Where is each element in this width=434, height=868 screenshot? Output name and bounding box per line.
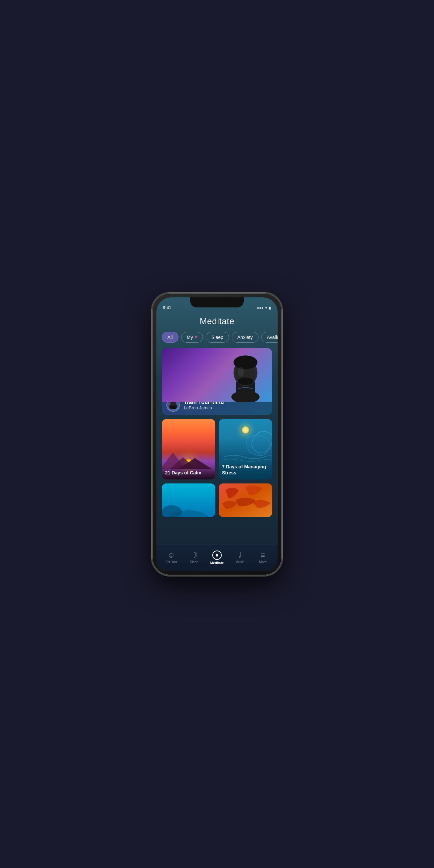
- bottom-cards-row: [162, 484, 272, 517]
- nav-item-meditate[interactable]: Meditate: [206, 548, 228, 567]
- autumn-card[interactable]: [219, 484, 272, 517]
- autumn-card-image: [219, 484, 272, 517]
- phone-screen: 9:41 ●●● ▾ ▮ Meditate All: [156, 298, 278, 571]
- filter-tab-sleep-label: Sleep: [211, 335, 223, 340]
- calm-card-label: 21 Days of Calm: [165, 470, 212, 476]
- nav-item-sleep[interactable]: ☽ Sleep: [182, 549, 205, 567]
- svg-point-6: [238, 367, 244, 376]
- status-icons: ●●● ▾ ▮: [257, 306, 271, 310]
- heart-icon: ♥: [195, 335, 197, 340]
- signal-icon: ●●●: [257, 306, 264, 310]
- nav-item-more[interactable]: ≡ More: [252, 549, 274, 567]
- header: Meditate: [156, 312, 278, 329]
- nav-label-more: More: [259, 560, 267, 564]
- notch: [190, 298, 244, 307]
- teal-card-image: [162, 484, 215, 517]
- bottom-nav: ☺ For You ☽ Sleep Meditate ♩: [156, 544, 278, 571]
- more-icon: ≡: [261, 552, 265, 559]
- filter-tab-my-label: My: [187, 335, 193, 340]
- calm-card[interactable]: 21 Days of Calm: [162, 419, 215, 479]
- for-you-icon: ☺: [167, 552, 175, 559]
- nav-item-music[interactable]: ♩ Music: [228, 549, 251, 567]
- hero-card[interactable]: Train Your Mind LeBron James: [162, 348, 272, 415]
- svg-point-7: [238, 377, 254, 385]
- stress-card-overlay: 7 Days of Managing Stress: [219, 461, 272, 479]
- filter-tab-anxiety[interactable]: Anxiety: [232, 332, 259, 343]
- nav-label-meditate: Meditate: [210, 561, 224, 565]
- teal-card[interactable]: [162, 484, 215, 517]
- filter-tab-available[interactable]: Available O: [261, 332, 278, 343]
- nav-label-sleep: Sleep: [190, 560, 199, 564]
- mountain-layer: [162, 449, 215, 469]
- filter-tab-available-label: Available O: [267, 335, 278, 340]
- phone-frame: 9:41 ●●● ▾ ▮ Meditate All: [152, 293, 282, 576]
- filter-tab-sleep[interactable]: Sleep: [206, 332, 229, 343]
- battery-icon: ▮: [269, 306, 271, 310]
- filter-tab-all-label: All: [167, 335, 173, 340]
- calm-card-overlay: 21 Days of Calm: [162, 467, 215, 479]
- small-cards-row: 21 Days of Calm: [162, 419, 272, 479]
- filter-tabs: All My ♥ Sleep Anxiety Available O: [156, 329, 278, 347]
- status-time: 9:41: [163, 305, 171, 310]
- nav-item-for-you[interactable]: ☺ For You: [160, 549, 182, 567]
- content-area: Meditate All My ♥ Sleep Anxiety: [156, 312, 278, 571]
- meditate-inner-dot: [216, 554, 218, 557]
- stress-card-label: 7 Days of Managing Stress: [222, 464, 269, 476]
- page-title: Meditate: [163, 316, 271, 327]
- nav-label-for-you: For You: [165, 560, 177, 564]
- cards-area: Train Your Mind LeBron James: [156, 347, 278, 545]
- stress-card[interactable]: 7 Days of Managing Stress: [219, 419, 272, 479]
- svg-point-11: [170, 406, 176, 409]
- hero-image: [162, 348, 272, 402]
- nav-label-music: Music: [235, 560, 244, 564]
- sleep-icon: ☽: [191, 552, 198, 559]
- meditate-circle-icon: [212, 551, 222, 560]
- wifi-icon: ▾: [265, 306, 267, 310]
- filter-tab-my[interactable]: My ♥: [181, 332, 203, 343]
- svg-point-5: [233, 355, 257, 369]
- filter-tab-all[interactable]: All: [162, 332, 178, 343]
- hero-subtitle: LeBron James: [184, 405, 224, 410]
- person-illustration: [225, 351, 266, 402]
- music-icon: ♩: [238, 552, 241, 559]
- filter-tab-anxiety-label: Anxiety: [237, 335, 253, 340]
